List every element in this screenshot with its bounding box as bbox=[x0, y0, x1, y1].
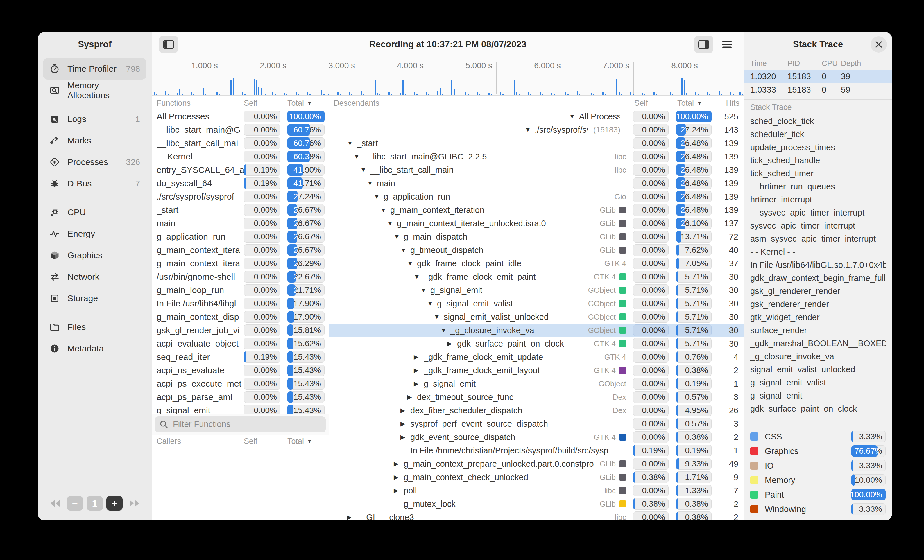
sidebar-item-d-bus[interactable]: D-Bus7 bbox=[43, 173, 147, 194]
stack-frame[interactable]: scheduler_tick bbox=[750, 128, 886, 141]
tree-row[interactable]: In File /home/christian/Projects/sysprof… bbox=[329, 444, 744, 457]
function-row[interactable]: g_main_context_itera0.00%26.29%26.29% bbox=[152, 257, 328, 270]
tree-row[interactable]: ▶polllibc0.00%1.33%1.33%7 bbox=[329, 484, 744, 497]
stack-frame[interactable]: g_signal_emit bbox=[750, 389, 886, 402]
sidebar-item-metadata[interactable]: Metadata bbox=[43, 338, 147, 359]
stack-frame[interactable]: update_process_times bbox=[750, 141, 886, 154]
sidebar-item-processes[interactable]: Processes326 bbox=[43, 151, 147, 173]
function-row[interactable]: All Processes0.00%100.00%100.00% bbox=[152, 110, 328, 123]
column-pid[interactable]: PID bbox=[788, 59, 822, 68]
seek-backward-button[interactable] bbox=[47, 496, 63, 511]
tree-row[interactable]: ▼main0.00%26.48%26.48%139 bbox=[329, 177, 744, 190]
stack-frame[interactable]: - - Kernel - - bbox=[750, 246, 886, 259]
function-row[interactable]: acpi_ns_evaluate0.00%15.43%15.43% bbox=[152, 364, 328, 377]
tree-row[interactable]: ▼gdk_frame_clock_paint_idleGTK 40.00%7.0… bbox=[329, 257, 744, 270]
timeline-ruler[interactable]: 1.000 s2.000 s3.000 s4.000 s5.000 s6.000… bbox=[152, 57, 744, 75]
function-row[interactable]: _start0.00%26.67%26.67% bbox=[152, 203, 328, 217]
expand-icon[interactable]: ▶ bbox=[400, 434, 410, 441]
zoom-level-button[interactable]: 1 bbox=[87, 496, 103, 511]
collapse-icon[interactable]: ▼ bbox=[441, 327, 450, 334]
tree-row[interactable]: ▼_g_closure_invoke_vaGObject0.00%5.71%5.… bbox=[329, 323, 744, 337]
tree-row[interactable]: ▼_gdk_frame_clock_emit_paintGTK 40.00%5.… bbox=[329, 270, 744, 283]
function-row[interactable]: gsk_gl_render_job_vi0.00%15.81%15.81% bbox=[152, 323, 328, 337]
tree-row[interactable]: ▼__libc_start_main@GLIBC_2.2.5libc0.00%2… bbox=[329, 150, 744, 163]
collapse-icon[interactable]: ▼ bbox=[414, 273, 424, 280]
tree-row[interactable]: ▶_gdk_frame_clock_emit_updateGTK 40.00%0… bbox=[329, 350, 744, 364]
tree-row[interactable]: ▶_gdk_frame_clock_emit_layoutGTK 40.00%0… bbox=[329, 364, 744, 377]
expand-icon[interactable]: ▶ bbox=[400, 420, 410, 427]
column-depth[interactable]: Depth bbox=[841, 59, 886, 68]
tree-row[interactable]: ▶g_main_context_prepare_unlocked.part.0.… bbox=[329, 457, 744, 470]
stack-frame[interactable]: gtk_widget_render bbox=[750, 311, 886, 324]
expand-icon[interactable]: ▶ bbox=[394, 474, 404, 481]
function-row[interactable]: - - Kernel - -0.00%60.38%60.38% bbox=[152, 150, 328, 163]
column-hits[interactable]: Hits bbox=[719, 99, 740, 108]
column-callers[interactable]: Callers bbox=[157, 437, 244, 446]
sidebar-item-graphics[interactable]: Graphics bbox=[43, 244, 147, 266]
tree-row[interactable]: ▼g_signal_emit_valistGObject0.00%5.71%5.… bbox=[329, 297, 744, 310]
sidebar-item-network[interactable]: Network bbox=[43, 266, 147, 287]
tree-row[interactable]: ▼g_main_context_iterationGLib0.00%26.48%… bbox=[329, 203, 744, 217]
sidebar-item-files[interactable]: Files bbox=[43, 316, 147, 338]
function-row[interactable]: g_main_context_disp0.00%17.90%17.90% bbox=[152, 310, 328, 323]
collapse-icon[interactable]: ▼ bbox=[354, 153, 363, 160]
tree-row[interactable]: ▼_start0.00%26.48%26.48%139 bbox=[329, 136, 744, 150]
column-callers-self[interactable]: Self bbox=[244, 437, 280, 446]
sample-row[interactable]: 1.032015183039 bbox=[744, 70, 892, 83]
filter-input[interactable] bbox=[172, 419, 321, 429]
function-row[interactable]: g_application_run0.00%26.67%26.67% bbox=[152, 230, 328, 243]
column-functions[interactable]: Functions bbox=[157, 99, 244, 108]
collapse-icon[interactable]: ▼ bbox=[360, 166, 370, 174]
tree-row[interactable]: ▶g_main_context_check_unlockedGLib0.38%0… bbox=[329, 470, 744, 484]
tree-row[interactable]: ▶__GI___clone3libc0.00%0.38%0.38%2 bbox=[329, 511, 744, 521]
sidebar-item-storage[interactable]: Storage bbox=[43, 287, 147, 309]
menu-button[interactable] bbox=[717, 36, 736, 53]
collapse-icon[interactable]: ▼ bbox=[525, 126, 535, 133]
collapse-icon[interactable]: ▼ bbox=[434, 313, 444, 320]
column-total[interactable]: Total bbox=[287, 99, 304, 108]
tree-row[interactable]: ▶dex_timeout_source_funcDex0.00%0.57%0.5… bbox=[329, 390, 744, 404]
sidebar-item-memory-allocations[interactable]: Memory Allocations bbox=[43, 79, 147, 101]
stack-frame[interactable]: gsk_renderer_render bbox=[750, 298, 886, 311]
stack-frame[interactable]: __sysvec_apic_timer_interrupt bbox=[750, 206, 886, 219]
expand-icon[interactable]: ▶ bbox=[414, 380, 424, 387]
collapse-icon[interactable]: ▼ bbox=[374, 193, 384, 200]
collapse-icon[interactable]: ▼ bbox=[347, 140, 357, 147]
function-row[interactable]: __libc_start_main@G0.00%60.76%60.76% bbox=[152, 123, 328, 136]
expand-icon[interactable]: ▶ bbox=[447, 340, 457, 347]
function-row[interactable]: /usr/bin/gnome-shell0.00%22.67%22.67% bbox=[152, 270, 328, 283]
stack-frame[interactable]: gdk_surface_paint_on_clock bbox=[750, 402, 886, 415]
seek-forward-button[interactable] bbox=[126, 496, 142, 511]
function-row[interactable]: __libc_start_call_mai0.00%60.76%60.76% bbox=[152, 136, 328, 150]
column-time[interactable]: Time bbox=[750, 59, 788, 68]
collapse-icon[interactable]: ▼ bbox=[427, 300, 437, 307]
stack-frame[interactable]: gsk_gl_renderer_render bbox=[750, 284, 886, 298]
tree-row[interactable]: ▶gdk_surface_paint_on_clockGTK 40.00%5.7… bbox=[329, 337, 744, 350]
column-callers-total[interactable]: Total bbox=[287, 437, 304, 446]
expand-icon[interactable]: ▶ bbox=[347, 514, 357, 521]
stack-frame[interactable]: sched_clock_tick bbox=[750, 115, 886, 128]
expand-icon[interactable]: ▶ bbox=[414, 367, 424, 374]
function-row[interactable]: acpi_evaluate_object0.00%15.62%15.62% bbox=[152, 337, 328, 350]
column-descendants[interactable]: Descendants bbox=[334, 99, 634, 108]
collapse-icon[interactable]: ▼ bbox=[400, 247, 410, 253]
stack-frame[interactable]: _gdk_marshal_BOOLEAN__BOXEDv bbox=[750, 337, 886, 350]
collapse-icon[interactable]: ▼ bbox=[394, 233, 404, 240]
sidebar-item-marks[interactable]: Marks bbox=[43, 130, 147, 151]
stack-frame[interactable]: g_signal_emit_valist bbox=[750, 376, 886, 389]
column-self[interactable]: Self bbox=[634, 99, 670, 108]
function-row[interactable]: ./src/sysprof/sysprof0.00%27.24%27.24% bbox=[152, 190, 328, 203]
collapse-icon[interactable]: ▼ bbox=[387, 220, 397, 227]
close-button[interactable] bbox=[870, 36, 887, 52]
sidebar-item-energy[interactable]: Energy bbox=[43, 223, 147, 244]
stack-frame[interactable]: hrtimer_interrupt bbox=[750, 193, 886, 206]
column-self[interactable]: Self bbox=[244, 99, 280, 108]
function-row[interactable]: g_main_context_itera0.00%26.67%26.67% bbox=[152, 243, 328, 257]
collapse-icon[interactable]: ▼ bbox=[380, 207, 390, 214]
tree-row[interactable]: g_mutex_lockGLib0.38%0.38%0.38%0.38%2 bbox=[329, 497, 744, 511]
stack-frame[interactable]: signal_emit_valist_unlocked bbox=[750, 363, 886, 376]
tree-row[interactable]: ▶g_signal_emitGObject0.00%0.19%0.19%1 bbox=[329, 377, 744, 390]
sidebar-item-time-profiler[interactable]: Time Profiler798 bbox=[43, 58, 147, 79]
function-row[interactable]: main0.00%26.67%26.67% bbox=[152, 217, 328, 230]
function-row[interactable]: g_signal_emit0.00%15.43%15.43% bbox=[152, 404, 328, 413]
